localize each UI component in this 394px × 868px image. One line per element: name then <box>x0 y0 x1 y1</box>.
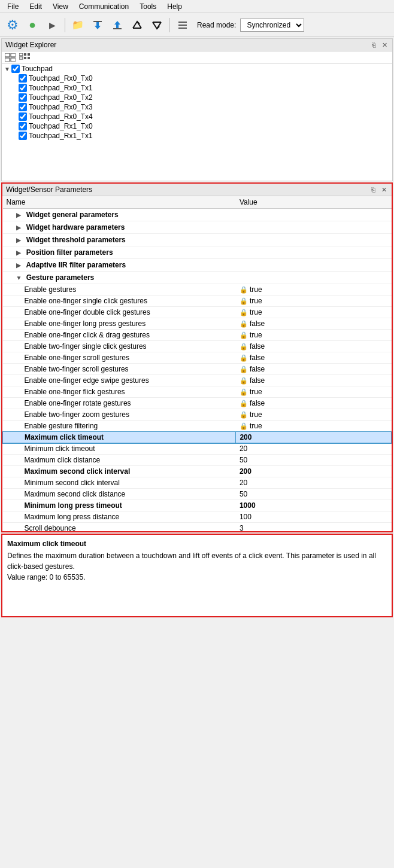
menu-edit[interactable]: Edit <box>25 1 47 12</box>
params-panel-restore-button[interactable]: ⎗ <box>370 186 377 194</box>
svg-rect-18 <box>28 57 30 59</box>
section-label: Widget general parameters <box>26 211 119 219</box>
chevron-right-icon: ▶ <box>16 224 25 231</box>
section-row-2[interactable]: ▶ Widget threshold parameters <box>3 234 392 246</box>
lock-icon: 🔒 <box>240 422 248 430</box>
tree-container[interactable]: ▼ Touchpad Touchpad_Rx0_Tx0 Touchpad_Rx0… <box>2 64 392 181</box>
section-row-0[interactable]: ▶ Widget general parameters <box>3 209 392 221</box>
rx0tx4-checkbox[interactable] <box>19 112 27 121</box>
param-row-5-2[interactable]: Enable one-finger double click gestures … <box>3 307 392 318</box>
rx0tx1-label: Touchpad_Rx0_Tx1 <box>29 84 93 92</box>
param-row-5-11[interactable]: Enable two-finger zoom gestures 🔒true <box>3 409 392 421</box>
tree-item-rx0tx0[interactable]: Touchpad_Rx0_Tx0 <box>2 74 392 83</box>
section-row-5[interactable]: ▼ Gesture parameters <box>3 272 392 284</box>
param-value: false <box>250 342 265 351</box>
param-value: 20 <box>240 444 247 453</box>
lock-icon: 🔒 <box>240 297 248 304</box>
rx1tx0-checkbox[interactable] <box>19 122 27 130</box>
param-row-5-3[interactable]: Enable one-finger long press gestures 🔒f… <box>3 318 392 330</box>
param-row-5-15[interactable]: Maximum click distance 50 <box>3 455 392 466</box>
export-icon <box>131 19 143 31</box>
params-panel-close-button[interactable]: ✕ <box>380 186 388 194</box>
param-row-5-17[interactable]: Minimum second click interval 20 <box>3 477 392 489</box>
toolbar: ⚙ ● ▶ 📁 <box>0 13 394 37</box>
param-name: Enable two-finger scroll gestures <box>25 365 129 373</box>
lock-icon: 🔒 <box>240 366 248 373</box>
rx0tx3-checkbox[interactable] <box>19 103 27 111</box>
lines-button[interactable] <box>174 16 192 34</box>
section-row-3[interactable]: ▶ Position filter parameters <box>3 246 392 259</box>
tree-item-rx0tx1[interactable]: Touchpad_Rx0_Tx1 <box>2 83 392 93</box>
menu-communication[interactable]: Communication <box>74 1 134 12</box>
param-row-5-6[interactable]: Enable one-finger scroll gestures 🔒false <box>3 352 392 364</box>
export-button[interactable] <box>128 16 146 34</box>
menu-tools[interactable]: Tools <box>135 1 161 12</box>
svg-rect-3 <box>113 28 122 29</box>
menu-view[interactable]: View <box>48 1 73 12</box>
rx0tx0-checkbox[interactable] <box>19 74 27 83</box>
param-name: Minimum long press timeout <box>25 501 122 510</box>
section-row-1[interactable]: ▶ Widget hardware parameters <box>3 221 392 234</box>
chevron-right-icon: ▶ <box>16 262 25 269</box>
upload-button[interactable] <box>108 16 126 34</box>
param-row-5-14[interactable]: Minimum click timeout 20 <box>3 443 392 455</box>
we-icon-2[interactable] <box>19 53 31 62</box>
lock-icon: 🔒 <box>240 400 248 407</box>
open-folder-button[interactable]: 📁 <box>69 16 87 34</box>
param-row-5-21[interactable]: Scroll debounce 3 <box>3 523 392 532</box>
svg-rect-17 <box>24 57 26 59</box>
tree-item-rx0tx4[interactable]: Touchpad_Rx0_Tx4 <box>2 112 392 121</box>
param-row-5-8[interactable]: Enable one-finger edge swipe gestures 🔒f… <box>3 375 392 386</box>
import-button[interactable] <box>148 16 166 34</box>
toolbar-separator-1 <box>65 18 65 32</box>
param-row-5-20[interactable]: Maximum long press distance 100 <box>3 511 392 523</box>
green-circle-button[interactable]: ● <box>23 16 41 34</box>
param-row-5-19[interactable]: Minimum long press timeout 1000 <box>3 500 392 511</box>
svg-rect-14 <box>24 53 26 56</box>
widget-explorer-close-button[interactable]: ✕ <box>381 41 389 49</box>
tree-item-rx0tx3[interactable]: Touchpad_Rx0_Tx3 <box>2 102 392 112</box>
param-row-5-12[interactable]: Enable gesture filtering 🔒true <box>3 421 392 432</box>
param-row-5-5[interactable]: Enable two-finger single click gestures … <box>3 341 392 352</box>
param-value: true <box>250 388 262 396</box>
param-row-5-4[interactable]: Enable one-finger click & drag gestures … <box>3 330 392 341</box>
param-value: 200 <box>240 433 251 441</box>
tree-item-rx0tx2[interactable]: Touchpad_Rx0_Tx2 <box>2 93 392 102</box>
param-name: Enable one-finger click & drag gestures <box>25 331 150 339</box>
param-name: Maximum second click interval <box>25 467 131 476</box>
tree-item-touchpad[interactable]: ▼ Touchpad <box>2 64 392 74</box>
download-button[interactable] <box>89 16 107 34</box>
rx1tx1-checkbox[interactable] <box>19 132 27 140</box>
read-mode-label: Read mode: <box>197 21 236 29</box>
widget-explorer-restore-button[interactable]: ⎗ <box>371 41 377 49</box>
rx0tx2-label: Touchpad_Rx0_Tx2 <box>29 93 93 102</box>
tree-item-rx1tx1[interactable]: Touchpad_Rx1_Tx1 <box>2 131 392 141</box>
tree-item-rx1tx0[interactable]: Touchpad_Rx1_Tx0 <box>2 121 392 131</box>
lock-icon: 🔒 <box>240 388 248 395</box>
params-table-scroll[interactable]: Name Value ▶ Widget general parameters ▶… <box>2 196 392 531</box>
svg-rect-15 <box>28 53 30 56</box>
rx0tx1-checkbox[interactable] <box>19 84 27 92</box>
menu-file[interactable]: File <box>2 1 23 12</box>
param-row-5-1[interactable]: Enable one-finger single click gestures … <box>3 296 392 307</box>
touchpad-checkbox[interactable] <box>11 65 20 73</box>
menu-help[interactable]: Help <box>162 1 187 12</box>
upload-icon <box>112 20 123 31</box>
param-value: true <box>250 297 262 305</box>
gear-button[interactable]: ⚙ <box>4 16 22 34</box>
play-button[interactable]: ▶ <box>43 16 61 34</box>
rx0tx2-checkbox[interactable] <box>19 93 27 102</box>
param-row-5-0[interactable]: Enable gestures 🔒true <box>3 284 392 296</box>
param-row-5-10[interactable]: Enable one-finger rotate gestures 🔒false <box>3 398 392 409</box>
param-row-5-18[interactable]: Maximum second click distance 50 <box>3 489 392 500</box>
read-mode-select[interactable]: Synchronized <box>240 19 304 32</box>
param-value: true <box>250 422 262 430</box>
param-row-5-16[interactable]: Maximum second click interval 200 <box>3 466 392 477</box>
we-icon-1[interactable] <box>4 53 16 62</box>
param-row-5-13[interactable]: Maximum click timeout 200 <box>3 432 392 443</box>
green-circle-icon: ● <box>29 18 36 32</box>
section-row-4[interactable]: ▶ Adaptive IIR filter parameters <box>3 259 392 272</box>
param-name: Enable gestures <box>25 285 77 294</box>
param-row-5-9[interactable]: Enable one-finger flick gestures 🔒true <box>3 386 392 398</box>
param-row-5-7[interactable]: Enable two-finger scroll gestures 🔒false <box>3 364 392 375</box>
